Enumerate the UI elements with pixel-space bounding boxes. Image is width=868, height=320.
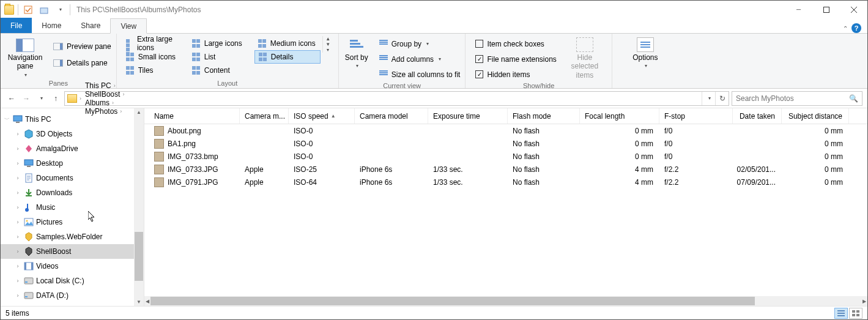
ribbon-group-panes: Navigation pane ▾ Preview pane Details p… [1, 34, 117, 88]
layout-large-icons[interactable]: Large icons [188, 37, 254, 50]
tree-item-music[interactable]: ›Music [1, 200, 144, 215]
column-headers[interactable]: NameCamera m...ISO speed▲Camera modelExp… [144, 108, 867, 124]
layout-list[interactable]: List [188, 50, 254, 64]
column-date[interactable]: Date taken [733, 108, 782, 124]
file-row[interactable]: BA1.pngISO-0No flash0 mmf/00 mm [144, 137, 867, 150]
hidden-items-toggle[interactable]: ✓Hidden items [470, 68, 556, 81]
layout-extra-large-icons[interactable]: Extra large icons [122, 37, 188, 50]
tree-item-samples-webfolder[interactable]: ›Samples.WebFolder [1, 229, 144, 244]
column-exp[interactable]: Exposure time [428, 108, 508, 124]
cell-exp: 1/33 sec. [428, 165, 508, 174]
column-subj[interactable]: Subject distance [782, 108, 849, 124]
file-row[interactable]: IMG_0733.bmpISO-0No flash0 mmf/00 mm [144, 150, 867, 163]
layout-content[interactable]: Content [188, 64, 254, 77]
column-focal[interactable]: Focal length [580, 108, 659, 124]
nav-up-button[interactable]: ↑ [50, 92, 62, 105]
tree-scrollbar[interactable]: ▲ ▼ [134, 108, 144, 306]
tree-item-amalgadrive[interactable]: ›AmalgaDrive [1, 141, 144, 156]
tree-item-data-d-[interactable]: ›DATA (D:) [1, 288, 144, 303]
nav-back-button[interactable]: ← [6, 92, 18, 105]
layout-small-icons[interactable]: Small icons [122, 50, 188, 64]
cell-iso: ISO-0 [289, 140, 355, 148]
layout-details[interactable]: Details [254, 50, 321, 64]
tab-home[interactable]: Home [32, 18, 71, 33]
ribbon-group-options: Options▾ [612, 34, 672, 88]
cell-model: iPhone 6s [355, 165, 428, 174]
cell-focal: 0 mm [580, 152, 659, 161]
cell-maker: Apple [240, 178, 289, 187]
breadcrumb-albums[interactable]: Albums› [84, 99, 125, 107]
sort-by-button[interactable]: Sort by▾ [344, 36, 369, 69]
refresh-button[interactable]: ↻ [715, 92, 729, 105]
item-check-boxes-toggle[interactable]: Item check boxes [470, 37, 556, 50]
qat-customize-icon[interactable]: ▾ [54, 7, 66, 12]
layout-gallery-scroll[interactable]: ▲▼▾ [322, 36, 333, 53]
svg-rect-4 [16, 122, 20, 123]
minimize-button[interactable]: ─ [785, 1, 812, 18]
maximize-button[interactable] [812, 1, 840, 18]
cell-name: About.png [149, 126, 240, 136]
tree-item-3d-objects[interactable]: ›3D Objects [1, 127, 144, 141]
breadcrumb-shellboost[interactable]: ShellBoost› [84, 90, 125, 99]
file-thumb-icon [154, 126, 164, 136]
navigation-pane-button[interactable]: Navigation pane ▾ [6, 36, 45, 78]
sort-asc-icon: ▲ [331, 113, 336, 119]
tree-item-pictures[interactable]: ›Pictures [1, 215, 144, 229]
file-row[interactable]: IMG_0791.JPGAppleISO-64iPhone 6s1/33 sec… [144, 176, 867, 188]
nav-history-button[interactable]: ▾ [35, 92, 47, 105]
qat-newfolder-icon[interactable] [38, 6, 50, 14]
tree-item-desktop[interactable]: ›Desktop [1, 156, 144, 171]
file-thumb-icon [154, 165, 164, 174]
help-button[interactable]: ? [851, 23, 861, 33]
tab-file[interactable]: File [1, 18, 32, 33]
options-button[interactable]: Options▾ [623, 36, 667, 69]
column-model[interactable]: Camera model [355, 108, 428, 124]
tree-item-videos[interactable]: ›Videos [1, 259, 144, 273]
add-columns-button[interactable]: Add columns▾ [374, 53, 461, 65]
column-flash[interactable]: Flash mode [508, 108, 580, 124]
details-pane-button[interactable]: Details pane [48, 56, 111, 69]
navigation-tree[interactable]: ﹀ This PC ›3D Objects›AmalgaDrive›Deskto… [1, 108, 144, 306]
cell-subj: 0 mm [782, 178, 849, 187]
list-h-scrollbar[interactable]: ◀ ▶ [144, 296, 867, 306]
address-dropdown-button[interactable]: ▾ [702, 92, 715, 105]
nav-forward-button[interactable]: → [20, 92, 32, 105]
status-view-details-button[interactable] [834, 308, 848, 319]
layout-tiles[interactable]: Tiles [122, 64, 188, 77]
address-bar[interactable]: › This PC›ShellBoost›Albums›MyPhotos› ▾ … [64, 91, 729, 106]
file-list[interactable]: NameCamera m...ISO speed▲Camera modelExp… [144, 108, 867, 306]
column-name[interactable]: Name [149, 108, 240, 124]
tree-root-this-pc[interactable]: ﹀ This PC [1, 112, 144, 127]
status-bar: 5 items [1, 306, 867, 319]
column-iso[interactable]: ISO speed▲ [289, 108, 355, 124]
column-fstop[interactable]: F-stop [659, 108, 733, 124]
file-row[interactable]: IMG_0733.JPGAppleISO-25iPhone 6s1/33 sec… [144, 163, 867, 176]
tree-item-documents[interactable]: ›Documents [1, 171, 144, 185]
cell-focal: 0 mm [580, 140, 659, 148]
cell-focal: 4 mm [580, 178, 659, 187]
tree-item-downloads[interactable]: ›Downloads [1, 185, 144, 200]
close-button[interactable] [840, 1, 867, 18]
file-extensions-toggle[interactable]: ✓File name extensions [470, 53, 556, 65]
search-input[interactable] [736, 94, 849, 103]
breadcrumb-this pc[interactable]: This PC› [84, 81, 125, 90]
group-by-button[interactable]: Group by▾ [374, 37, 461, 50]
tab-view[interactable]: View [110, 18, 147, 34]
preview-pane-button[interactable]: Preview pane [48, 40, 111, 53]
tree-item-shellboost[interactable]: ›ShellBoost [1, 244, 144, 259]
cell-model: iPhone 6s [355, 178, 428, 187]
ribbon-group-currentview: Sort by▾ Group by▾ Add columns▾ Size all… [339, 34, 466, 88]
file-row[interactable]: About.pngISO-0No flash0 mmf/00 mm [144, 124, 867, 137]
size-all-columns-button[interactable]: Size all columns to fit [374, 68, 461, 81]
ribbon-collapse-icon[interactable]: ⌃ [843, 25, 848, 32]
qat-properties-icon[interactable] [22, 6, 34, 14]
column-maker[interactable]: Camera m... [240, 108, 289, 124]
ribbon-group-showhide-label: Show/hide [470, 81, 606, 89]
svg-rect-5 [24, 160, 33, 165]
search-box[interactable]: 🔍 [732, 91, 862, 106]
tab-share[interactable]: Share [71, 18, 110, 33]
layout-medium-icons[interactable]: Medium icons [254, 37, 321, 50]
tree-item-local-disk-c-[interactable]: ›Local Disk (C:) [1, 273, 144, 288]
status-view-icons-button[interactable] [849, 308, 862, 319]
cell-subj: 0 mm [782, 127, 849, 135]
